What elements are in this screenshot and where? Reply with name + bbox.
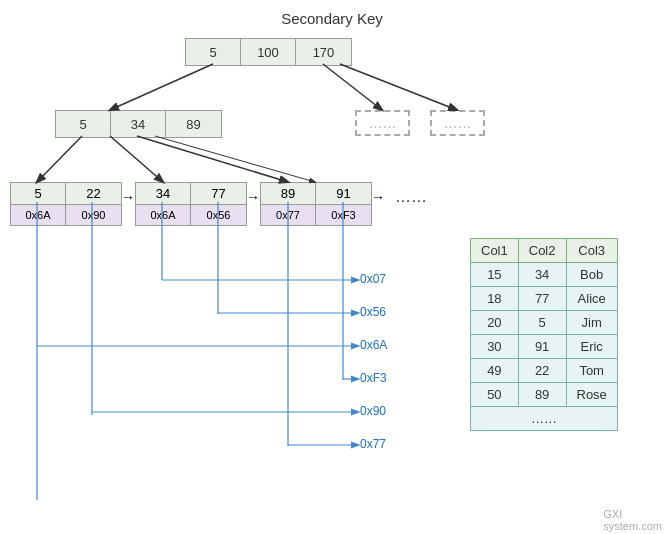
col-header-1: Col2 bbox=[518, 239, 566, 263]
sec-key-cell-0: 5 bbox=[186, 39, 241, 65]
table-row: 205Jim bbox=[471, 311, 618, 335]
table-cell-1-0: 18 bbox=[471, 287, 519, 311]
lvl2-cell-2: 89 bbox=[166, 111, 221, 137]
table-cell-5-0: 50 bbox=[471, 383, 519, 407]
svg-line-1 bbox=[323, 64, 382, 110]
addr-label-2: 0x6A bbox=[360, 338, 387, 352]
lvl2-node: 5 34 89 bbox=[55, 110, 222, 138]
table-row: 1877Alice bbox=[471, 287, 618, 311]
leaf3-bot-0: 0x77 bbox=[261, 205, 316, 225]
leaf1-top-1: 22 bbox=[66, 183, 121, 205]
leaf2-top-1: 77 bbox=[191, 183, 246, 205]
table-cell-2-0: 20 bbox=[471, 311, 519, 335]
leaf1-arrow: → bbox=[121, 189, 135, 205]
leaf-ellipsis: …… bbox=[395, 188, 427, 206]
addr-label-4: 0x90 bbox=[360, 404, 386, 418]
table-cell-4-2: Tom bbox=[566, 359, 617, 383]
leaf2-bot-1: 0x56 bbox=[191, 205, 246, 225]
table-dots-row: …… bbox=[471, 407, 618, 431]
leaf2-top-0: 34 bbox=[136, 183, 191, 205]
table-cell-2-1: 5 bbox=[518, 311, 566, 335]
addr-label-1: 0x56 bbox=[360, 305, 386, 319]
leaf3-arrow: → bbox=[371, 189, 385, 205]
sec-key-cell-2: 170 bbox=[296, 39, 351, 65]
table-cell-1-1: 77 bbox=[518, 287, 566, 311]
table-row: 3091Eric bbox=[471, 335, 618, 359]
sec-key-cell-1: 100 bbox=[241, 39, 296, 65]
table-cell-0-0: 15 bbox=[471, 263, 519, 287]
dashed-node-2: …… bbox=[430, 110, 485, 136]
leaf3-bot-1: 0xF3 bbox=[316, 205, 371, 225]
table-cell-5-2: Rose bbox=[566, 383, 617, 407]
table-cell-2-2: Jim bbox=[566, 311, 617, 335]
svg-line-4 bbox=[110, 136, 163, 182]
leaf1-top-0: 5 bbox=[11, 183, 66, 205]
lvl2-cell-0: 5 bbox=[56, 111, 111, 137]
leaf3-top-0: 89 bbox=[261, 183, 316, 205]
leaf2-arrow: → bbox=[246, 189, 260, 205]
lvl2-cell-1: 34 bbox=[111, 111, 166, 137]
watermark: GXIsystem.com bbox=[603, 508, 662, 532]
table-cell-0-1: 34 bbox=[518, 263, 566, 287]
data-table: Col1 Col2 Col3 1534Bob1877Alice205Jim309… bbox=[470, 238, 618, 431]
table-cell-4-0: 49 bbox=[471, 359, 519, 383]
table-row: 4922Tom bbox=[471, 359, 618, 383]
table-dots-cell: …… bbox=[471, 407, 618, 431]
leaf2-bot-0: 0x6A bbox=[136, 205, 191, 225]
col-header-2: Col3 bbox=[566, 239, 617, 263]
table-cell-1-2: Alice bbox=[566, 287, 617, 311]
table-cell-3-2: Eric bbox=[566, 335, 617, 359]
leaf1-bot-0: 0x6A bbox=[11, 205, 66, 225]
page-title: Secondary Key bbox=[0, 10, 664, 27]
table-cell-4-1: 22 bbox=[518, 359, 566, 383]
table-cell-3-0: 30 bbox=[471, 335, 519, 359]
addr-label-5: 0x77 bbox=[360, 437, 386, 451]
secondary-key-node: 5 100 170 bbox=[185, 38, 352, 66]
addr-label-3: 0xF3 bbox=[360, 371, 387, 385]
svg-line-6 bbox=[155, 136, 315, 182]
dashed-node-1: …… bbox=[355, 110, 410, 136]
svg-line-0 bbox=[110, 64, 213, 110]
table-cell-5-1: 89 bbox=[518, 383, 566, 407]
leaf-node-2: 34 77 0x6A 0x56 bbox=[135, 182, 247, 226]
col-header-0: Col1 bbox=[471, 239, 519, 263]
svg-line-2 bbox=[340, 64, 457, 110]
leaf1-bot-1: 0x90 bbox=[66, 205, 121, 225]
leaf-node-3: 89 91 0x77 0xF3 bbox=[260, 182, 372, 226]
leaf-node-1: 5 22 0x6A 0x90 bbox=[10, 182, 122, 226]
svg-line-5 bbox=[137, 136, 288, 182]
main-container: Secondary Key 5 100 170 5 34 89 …… …… 5 … bbox=[0, 0, 664, 534]
table-row: 5089Rose bbox=[471, 383, 618, 407]
table-cell-0-2: Bob bbox=[566, 263, 617, 287]
table-row: 1534Bob bbox=[471, 263, 618, 287]
svg-line-3 bbox=[37, 136, 82, 182]
addr-label-0: 0x07 bbox=[360, 272, 386, 286]
table-cell-3-1: 91 bbox=[518, 335, 566, 359]
leaf3-top-1: 91 bbox=[316, 183, 371, 205]
